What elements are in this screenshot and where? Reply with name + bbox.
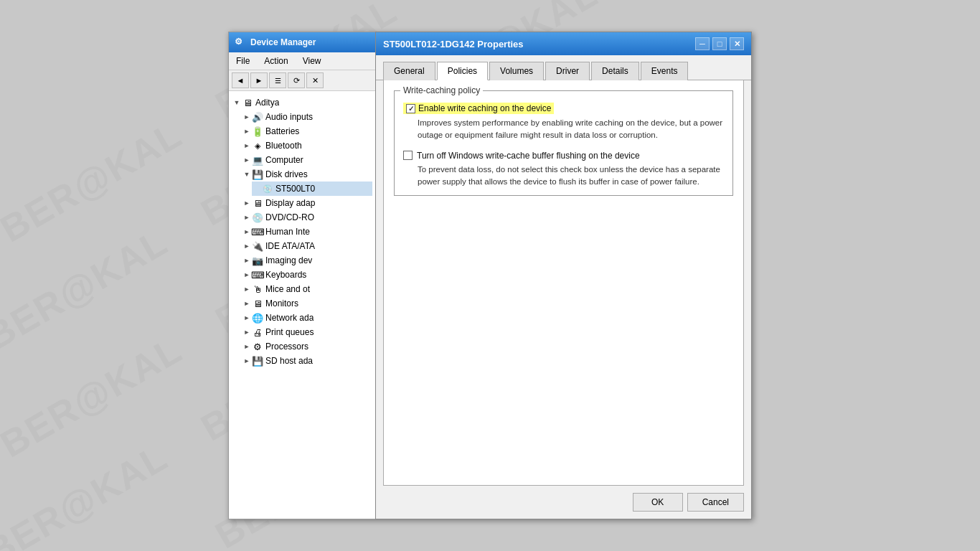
properties-button[interactable]: ☰ [269, 72, 286, 88]
menu-file[interactable]: File [233, 55, 253, 67]
bluetooth-label: Bluetooth [265, 141, 302, 151]
update-button[interactable]: ⟳ [288, 72, 305, 88]
audio-label: Audio inputs [265, 112, 313, 122]
cancel-button[interactable]: Cancel [687, 493, 744, 512]
expand-arrow-print: ► [242, 327, 252, 337]
close-button[interactable]: ✕ [730, 37, 744, 50]
tree-item-st500[interactable]: 💿 ST500LT0 [252, 182, 372, 196]
expand-arrow-disk: ▼ [242, 169, 252, 179]
maximize-button[interactable]: □ [712, 37, 727, 50]
uninstall-button[interactable]: ✕ [306, 72, 324, 88]
print-label: Print queues [265, 327, 314, 337]
sdhost-icon: 💾 [252, 355, 263, 367]
keyboards-icon: ⌨ [252, 269, 263, 281]
expand-arrow-network: ► [242, 313, 252, 323]
tree-item-bluetooth[interactable]: ► ◈ Bluetooth [242, 138, 372, 153]
option1-checkbox-wrapper: Enable write caching on the device [403, 103, 724, 114]
tree-item-processors[interactable]: ► ⚙ Processors [242, 339, 372, 354]
processors-label: Processors [265, 342, 308, 352]
device-manager-titlebar: ⚙ Device Manager [229, 32, 375, 52]
imaging-icon: 📷 [252, 255, 263, 266]
minimize-button[interactable]: ─ [695, 37, 710, 50]
network-label: Network ada [265, 313, 314, 323]
st500-icon: 💿 [262, 183, 273, 194]
tree-item-sdhost[interactable]: ► 💾 SD host ada [242, 354, 372, 368]
tree-item-display[interactable]: ► 🖥 Display adap [242, 196, 372, 210]
expand-arrow-sdhost: ► [242, 356, 252, 366]
tree-root-item[interactable]: ▼ 🖥 Aditya [232, 95, 372, 110]
tree-children: ► 🔊 Audio inputs ► 🔋 Batteries ► ◈ B [232, 110, 372, 368]
turn-off-flushing-checkbox[interactable] [403, 151, 413, 160]
monitors-icon: 🖥 [252, 298, 263, 309]
mice-icon: 🖱 [252, 283, 263, 295]
tab-volumes[interactable]: Volumes [489, 62, 544, 80]
tree-item-human[interactable]: ► ⌨ Human Inte [242, 225, 372, 239]
properties-title: ST500LT012-1DG142 Properties [383, 39, 524, 50]
ide-icon: 🔌 [252, 240, 263, 252]
tree-item-print[interactable]: ► 🖨 Print queues [242, 325, 372, 339]
menu-bar: File Action View [229, 52, 375, 70]
option1-highlight: Enable write caching on the device [403, 103, 554, 114]
write-caching-section: Write-caching policy Enable write cachin… [394, 90, 733, 196]
expand-arrow-audio: ► [242, 112, 252, 122]
disk-label: Disk drives [265, 169, 308, 179]
device-manager-icon: ⚙ [235, 37, 246, 48]
computer-icon: 🖥 [242, 97, 253, 108]
option1-label: Enable write caching on the device [418, 103, 551, 113]
bluetooth-icon: ◈ [252, 140, 263, 151]
print-icon: 🖨 [252, 326, 263, 338]
processors-icon: ⚙ [252, 341, 263, 352]
tab-details[interactable]: Details [591, 62, 639, 80]
computer-label: Computer [265, 155, 303, 165]
disk-children: 💿 ST500LT0 [242, 182, 372, 196]
ok-button[interactable]: OK [633, 493, 683, 512]
menu-action[interactable]: Action [261, 55, 291, 67]
tree-item-network[interactable]: ► 🌐 Network ada [242, 311, 372, 325]
tree-item-dvd[interactable]: ► 💿 DVD/CD-RO [242, 210, 372, 225]
tree-item-monitors[interactable]: ► 🖥 Monitors [242, 296, 372, 311]
option2-description: To prevent data loss, do not select this… [418, 164, 724, 189]
device-tree: ▼ 🖥 Aditya ► 🔊 Audio inputs ► 🔋 [229, 91, 375, 519]
main-window: ⚙ Device Manager File Action View ◄ ► ☰ … [228, 32, 752, 519]
expand-arrow-dvd: ► [242, 212, 252, 222]
human-icon: ⌨ [252, 226, 263, 237]
tab-general[interactable]: General [383, 62, 435, 80]
expand-arrow-mice: ► [242, 284, 252, 294]
tree-item-mice[interactable]: ► 🖱 Mice and ot [242, 282, 372, 296]
expand-arrow-display: ► [242, 198, 252, 208]
imaging-label: Imaging dev [265, 255, 312, 265]
tab-driver[interactable]: Driver [545, 62, 590, 80]
option1-description: Improves system performance by enabling … [418, 117, 724, 142]
device-manager-title: Device Manager [250, 37, 316, 47]
menu-view[interactable]: View [300, 55, 324, 67]
tree-item-imaging[interactable]: ► 📷 Imaging dev [242, 253, 372, 268]
enable-write-caching-checkbox[interactable] [406, 104, 415, 113]
tab-bar: General Policies Volumes Driver Details … [376, 55, 751, 80]
properties-dialog: ST500LT012-1DG142 Properties ─ □ ✕ Gener… [375, 32, 752, 519]
toolbar: ◄ ► ☰ ⟳ ✕ [229, 70, 375, 91]
expand-arrow-bluetooth: ► [242, 141, 252, 151]
tree-root: ▼ 🖥 Aditya ► 🔊 Audio inputs ► 🔋 [229, 94, 375, 369]
display-label: Display adap [265, 198, 315, 208]
st500-label: ST500LT0 [275, 184, 315, 194]
tab-policies[interactable]: Policies [437, 62, 488, 80]
tree-item-keyboards[interactable]: ► ⌨ Keyboards [242, 268, 372, 282]
tree-item-audio[interactable]: ► 🔊 Audio inputs [242, 110, 372, 124]
dvd-label: DVD/CD-RO [265, 212, 314, 222]
spacer [403, 142, 724, 151]
back-button[interactable]: ◄ [232, 72, 249, 88]
tab-events[interactable]: Events [641, 62, 689, 80]
display-icon: 🖥 [252, 197, 263, 209]
tree-item-diskdrives[interactable]: ▼ 💾 Disk drives [242, 167, 372, 182]
disk-icon: 💾 [252, 169, 263, 180]
dialog-footer: OK Cancel [376, 486, 751, 519]
expand-arrow-st500 [252, 184, 262, 194]
tree-item-computer[interactable]: ► 💻 Computer [242, 153, 372, 167]
option2-checkbox-wrapper: Turn off Windows write-cache buffer flus… [403, 151, 724, 161]
forward-button[interactable]: ► [250, 72, 268, 88]
expand-arrow-processors: ► [242, 342, 252, 352]
audio-icon: 🔊 [252, 111, 263, 123]
expand-arrow-computer: ► [242, 155, 252, 165]
tree-item-ide[interactable]: ► 🔌 IDE ATA/ATA [242, 239, 372, 253]
tree-item-batteries[interactable]: ► 🔋 Batteries [242, 124, 372, 138]
